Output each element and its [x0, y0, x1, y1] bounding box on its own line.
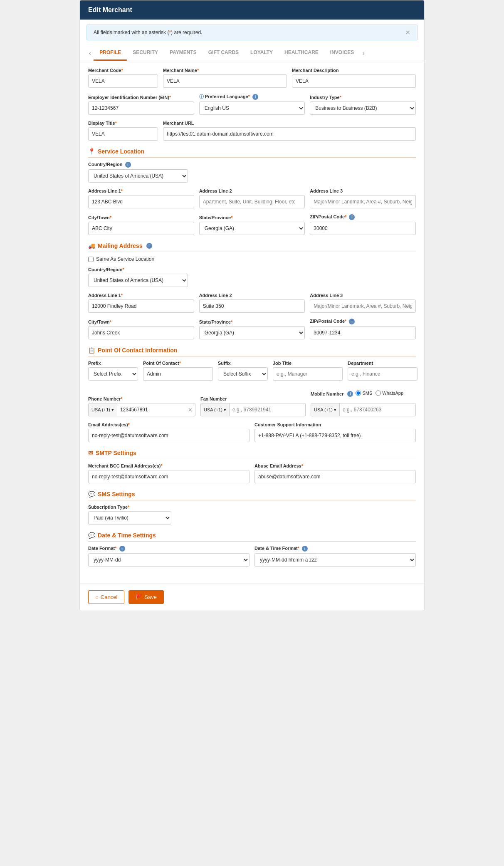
smtp-section-title: ✉ SMTP Settings: [88, 450, 416, 459]
whatsapp-radio[interactable]: [376, 386, 381, 400]
phone-number-input[interactable]: [117, 403, 185, 416]
bcc-email-input[interactable]: [88, 470, 250, 483]
mailing-addr3-input[interactable]: [310, 299, 416, 313]
poc-group: Point Of Contact*: [143, 361, 213, 381]
datetime-format-select[interactable]: yyyy-MM-dd hh:mm a zzz: [254, 553, 416, 567]
mailing-country-select[interactable]: United States of America (USA): [88, 274, 188, 287]
tab-healthcare[interactable]: HEALTHCARE: [279, 45, 324, 61]
service-state-group: State/Province* Georgia (GA): [199, 215, 305, 235]
same-as-service-checkbox[interactable]: [88, 257, 94, 262]
tab-payments[interactable]: PAYMENTS: [164, 45, 203, 61]
footer-buttons: ○ Cancel 🚩 Save: [80, 583, 424, 611]
mailing-country-row: Country/Region* United States of America…: [88, 267, 416, 287]
date-format-info-icon[interactable]: i: [119, 546, 125, 552]
whatsapp-radio-label: WhatsApp: [376, 386, 403, 400]
page-title: Edit Merchant: [88, 6, 132, 13]
mailing-zip-input[interactable]: [310, 326, 416, 339]
tabs-left-arrow[interactable]: ‹: [86, 49, 94, 57]
fax-country-code[interactable]: USA (+1) ▾: [201, 403, 230, 416]
mailing-zip-info-icon[interactable]: i: [349, 319, 355, 324]
suffix-select[interactable]: Select Suffix: [218, 367, 268, 381]
mobile-info-icon[interactable]: i: [347, 391, 353, 397]
fax-number-input[interactable]: [230, 403, 305, 416]
mailing-info-icon[interactable]: i: [146, 243, 152, 249]
service-addr3-input[interactable]: [310, 195, 416, 208]
page-wrapper: Edit Merchant All fields marked with an …: [79, 0, 425, 611]
email-group: Email Address(es)*: [88, 422, 250, 442]
merchant-url-input[interactable]: [163, 127, 416, 141]
service-country-info-icon[interactable]: i: [125, 162, 131, 168]
email-support-row: Email Address(es)* Customer Support Info…: [88, 422, 416, 442]
service-city-input[interactable]: [88, 222, 194, 235]
tab-profile[interactable]: PROFILE: [94, 45, 127, 61]
cancel-button[interactable]: ○ Cancel: [88, 590, 124, 604]
email-input[interactable]: [88, 429, 250, 442]
mailing-addr2-input[interactable]: [199, 299, 305, 313]
mobile-number-input[interactable]: [340, 403, 415, 416]
abuse-email-input[interactable]: [254, 470, 416, 483]
job-title-input[interactable]: [273, 367, 343, 381]
mobile-country-code[interactable]: USA (+1) ▾: [311, 403, 340, 416]
merchant-name-input[interactable]: [163, 74, 287, 88]
suffix-group: Suffix Select Suffix: [218, 361, 268, 381]
ein-input[interactable]: [88, 101, 194, 115]
department-input[interactable]: [348, 367, 418, 381]
mailing-state-select[interactable]: Georgia (GA): [199, 326, 305, 339]
service-addr2-input[interactable]: [199, 195, 305, 208]
tab-invoices[interactable]: INVOICES: [324, 45, 360, 61]
merchant-name-group: Merchant Name*: [163, 68, 287, 88]
mailing-zip-group: ZIP/Postal Code* i: [310, 319, 416, 339]
zip-info-icon[interactable]: i: [349, 214, 355, 220]
subscription-row: Subscription Type* Paid (via Twilio): [88, 505, 416, 525]
merchant-url-label: Merchant URL: [163, 121, 416, 126]
mailing-city-input[interactable]: [88, 326, 194, 339]
merchant-desc-input[interactable]: [292, 74, 416, 88]
service-location-icon: 📍: [88, 148, 95, 155]
service-addr1-input[interactable]: [88, 195, 194, 208]
service-country-row: Country/Region i United States of Americ…: [88, 162, 416, 183]
tabs-right-arrow[interactable]: ›: [360, 49, 367, 57]
fax-group: Fax Number USA (+1) ▾: [200, 396, 306, 416]
save-button[interactable]: 🚩 Save: [128, 590, 164, 604]
poc-input[interactable]: [143, 367, 213, 381]
mailing-addr-lines-row: Address Line 1* Address Line 2 Address L…: [88, 293, 416, 313]
phone-clear-icon[interactable]: ✕: [185, 407, 195, 413]
sms-settings-icon: 💬: [88, 491, 95, 497]
industry-type-group: Industry Type* Business to Business (B2B…: [310, 95, 416, 115]
date-format-group: Date Format* i yyyy-MM-dd: [88, 546, 250, 567]
industry-type-select[interactable]: Business to Business (B2B): [310, 101, 416, 115]
phone-fax-mobile-row: Phone Number* USA (+1) ▾ ✕ Fax Number US…: [88, 386, 416, 416]
service-state-select[interactable]: Georgia (GA): [199, 222, 305, 235]
alert-close-icon[interactable]: ✕: [405, 29, 410, 36]
prefix-select[interactable]: Select Prefix: [88, 367, 138, 381]
mailing-addr1-input[interactable]: [88, 299, 194, 313]
tab-gift-cards[interactable]: GIFT CARDS: [203, 45, 245, 61]
alert-bar: All fields marked with an asterisk (*) a…: [86, 25, 418, 40]
merchant-code-input[interactable]: [88, 74, 158, 88]
datetime-format-info-icon[interactable]: i: [302, 546, 308, 552]
lang-info-icon[interactable]: i: [252, 94, 258, 100]
asterisk-star: *: [169, 30, 171, 35]
customer-support-input[interactable]: [254, 429, 416, 442]
service-zip-input[interactable]: [310, 222, 416, 235]
phone-country-code[interactable]: USA (+1) ▾: [89, 403, 117, 416]
sms-radio-label: SMS: [356, 386, 372, 400]
display-title-input[interactable]: [88, 127, 158, 141]
date-format-select[interactable]: yyyy-MM-dd: [88, 553, 250, 567]
mailing-country-group: Country/Region* United States of America…: [88, 267, 188, 287]
prefix-label: Prefix: [88, 361, 138, 366]
preferred-lang-select[interactable]: English US: [199, 101, 305, 115]
service-addr2-label: Address Line 2: [199, 188, 305, 193]
tab-loyalty[interactable]: LOYALTY: [245, 45, 279, 61]
phone-label: Phone Number*: [88, 396, 195, 401]
sms-radio[interactable]: [356, 386, 361, 400]
cancel-icon: ○: [95, 594, 99, 600]
subscription-select[interactable]: Paid (via Twilio): [88, 511, 171, 525]
date-format-label: Date Format* i: [88, 546, 250, 552]
display-title-group: Display Title*: [88, 121, 158, 141]
tab-security[interactable]: SECURITY: [127, 45, 164, 61]
service-country-select[interactable]: United States of America (USA): [88, 169, 188, 183]
mobile-radio-group: SMS WhatsApp: [356, 386, 403, 401]
merchant-desc-label: Merchant Description: [292, 68, 416, 73]
mobile-group: Mobile Number i SMS WhatsApp: [311, 386, 416, 416]
